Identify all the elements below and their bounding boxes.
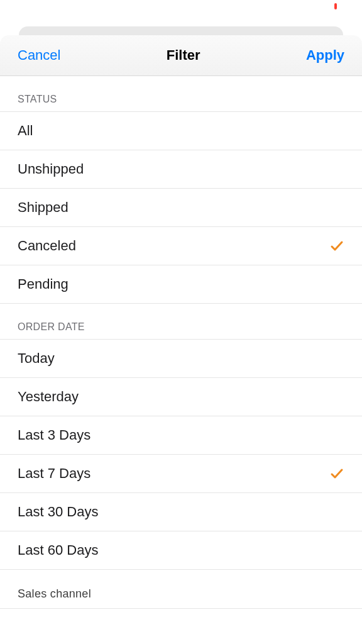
orderdate-option-today[interactable]: Today [0, 340, 362, 378]
status-option-shipped[interactable]: Shipped [0, 189, 362, 227]
modal-title: Filter [167, 47, 200, 64]
option-label: Unshipped [18, 161, 344, 177]
option-label: Last 3 Days [18, 427, 344, 443]
orderdate-option-last60days[interactable]: Last 60 Days [0, 531, 362, 570]
status-option-pending[interactable]: Pending [0, 265, 362, 304]
orderdate-option-last3days[interactable]: Last 3 Days [0, 416, 362, 455]
checkmark-icon [329, 466, 344, 481]
battery-indicator-icon [334, 3, 337, 9]
option-label: Last 30 Days [18, 504, 344, 520]
modal-header: Cancel Filter Apply [0, 35, 362, 76]
section-header-sales-channel: Sales channel [0, 570, 362, 609]
option-label: Yesterday [18, 389, 344, 405]
orderdate-option-yesterday[interactable]: Yesterday [0, 378, 362, 416]
status-option-unshipped[interactable]: Unshipped [0, 150, 362, 189]
cancel-button[interactable]: Cancel [18, 47, 60, 64]
section-header-status: STATUS [0, 76, 362, 112]
checkmark-icon [329, 238, 344, 253]
filter-modal: Cancel Filter Apply STATUS All Unshipped… [0, 35, 362, 644]
status-option-canceled[interactable]: Canceled [0, 227, 362, 265]
option-label: Canceled [18, 238, 329, 254]
orderdate-option-last7days[interactable]: Last 7 Days [0, 455, 362, 493]
option-label: Last 60 Days [18, 542, 344, 558]
filter-content: STATUS All Unshipped Shipped Canceled Pe… [0, 76, 362, 636]
option-label: Today [18, 350, 344, 367]
option-label: Pending [18, 276, 344, 292]
section-header-order-date: ORDER DATE [0, 304, 362, 340]
status-option-all[interactable]: All [0, 112, 362, 150]
option-label: Last 7 Days [18, 465, 329, 482]
option-label: All [18, 123, 344, 139]
apply-button[interactable]: Apply [306, 47, 344, 64]
orderdate-option-last30days[interactable]: Last 30 Days [0, 493, 362, 531]
option-label: Shipped [18, 199, 344, 216]
status-bar [0, 0, 362, 8]
